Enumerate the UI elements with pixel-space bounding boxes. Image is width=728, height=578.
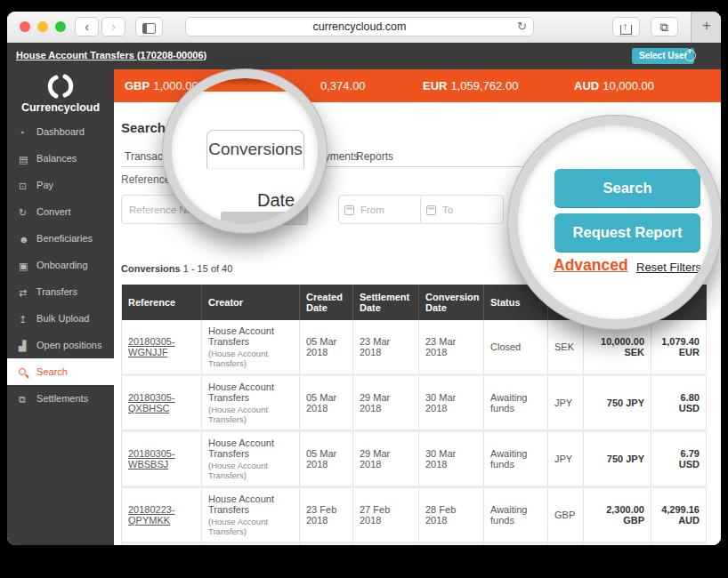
minimize-window-button[interactable] — [37, 21, 48, 32]
sidebar-item-label: Onboarding — [36, 260, 88, 270]
tab-reports[interactable]: Reports — [356, 150, 393, 163]
address-bar[interactable]: currencycloud.com ↻ — [185, 17, 534, 36]
reset-filters-link[interactable]: Reset Filters — [636, 261, 701, 274]
share-button[interactable] — [612, 17, 640, 36]
currency-code: AUD — [574, 79, 599, 92]
bought-amount: 750 JPY — [584, 375, 651, 431]
sidebar-item[interactable]: Convert — [7, 198, 114, 225]
beneficiaries-icon — [19, 233, 34, 245]
back-button[interactable]: ‹ — [75, 17, 99, 36]
sold-amount: 6.79 USD — [651, 431, 707, 487]
advanced-link[interactable]: Advanced — [554, 256, 628, 275]
sidebar-item-label: Convert — [36, 206, 71, 217]
magnifier-lens-right: Search Request Report Advanced Reset Fil… — [508, 116, 721, 329]
forward-button[interactable]: › — [101, 17, 125, 36]
buy-currency: JPY — [548, 375, 584, 431]
brand-name: Currencycloud — [7, 101, 114, 114]
search-icon — [19, 366, 34, 379]
zoom-window-button[interactable] — [55, 21, 66, 32]
creator-name: House Account Transfers — [208, 438, 293, 459]
sidebar-item-label: Bulk Upload — [36, 313, 89, 324]
currency-amount: 0,374.00 — [320, 79, 366, 92]
reference-label: Reference — [121, 173, 170, 186]
reload-icon[interactable]: ↻ — [517, 18, 527, 36]
new-tab-button[interactable]: + — [692, 17, 721, 35]
reference-link[interactable]: 20180305-WBSBSJ — [128, 448, 175, 470]
close-window-button[interactable] — [20, 21, 30, 32]
sidebar-item[interactable]: Open positions — [7, 332, 114, 358]
sidebar-item[interactable]: Beneficiaries — [7, 225, 114, 252]
search-button[interactable]: Search — [554, 169, 700, 207]
sidebar: Currencycloud Dashboard Balances — [7, 69, 114, 545]
conversion-date: 23 Mar 2018 — [419, 320, 484, 375]
sidebar-item[interactable]: Dashboard — [7, 118, 114, 145]
logout-icon[interactable] — [684, 50, 696, 61]
open-positions-icon — [19, 340, 34, 352]
sold-amount: 1,079.40 EUR — [651, 320, 707, 375]
bought-amount: 750 JPY — [584, 431, 651, 487]
calendar-icon — [344, 205, 354, 215]
sidebar-item[interactable]: Transfers — [7, 278, 114, 305]
reference-link[interactable]: 20180223-QPYMKK — [128, 504, 175, 526]
bulk-upload-icon — [19, 313, 34, 325]
bought-amount: 2,300.00 GBP — [584, 487, 651, 543]
currency-amount: 10,000.00 — [603, 79, 654, 92]
settlement-date: 29 Mar 2018 — [353, 375, 419, 431]
creator-subname: (House Account Transfers) — [208, 461, 293, 480]
results-title: Conversions — [121, 263, 181, 274]
account-topbar: House Account Transfers (170208-00006) S… — [7, 43, 721, 69]
magnifier-lens-left: Conversions Date — [163, 69, 327, 233]
sidebar-item[interactable]: Settlements — [7, 385, 114, 412]
conversion-date: 14 Mar 2018 — [419, 543, 484, 546]
col-reference: Reference — [122, 285, 202, 320]
balance-usd: 0,374.00 — [317, 69, 366, 102]
sidebar-icon — [142, 23, 156, 34]
dashboard-icon — [19, 126, 34, 139]
created-date: 20 Feb 2018 — [300, 543, 353, 546]
sidebar-item[interactable]: Bulk Upload — [7, 305, 114, 332]
request-report-button[interactable]: Request Report — [554, 213, 700, 252]
sidebar-item-label: Settlements — [36, 393, 88, 404]
sidebar-item-label: Search — [36, 366, 68, 377]
magnified-date-label: Date — [257, 190, 295, 211]
settlements-icon — [19, 393, 34, 405]
status: Awaiting funds — [484, 487, 548, 543]
bought-amount: 3,000.00 EUR — [584, 543, 651, 546]
sidebar-item-label: Open positions — [36, 340, 101, 350]
creator-name: House Account Transfers — [208, 325, 293, 347]
sidebar-item[interactable]: Balances — [7, 145, 114, 172]
settlement-date: 29 Mar 2018 — [353, 431, 419, 487]
creator-subname: (House Account Transfers) — [208, 517, 293, 536]
currency-amount: 1,059,762.00 — [450, 79, 518, 92]
sidebar-toggle-button[interactable] — [135, 17, 163, 36]
table-row: 20180305-WBSBSJ House Account Transfers … — [122, 431, 707, 487]
table-row: 20180220-RDHCXK House Account Transfers … — [122, 543, 707, 546]
account-link[interactable]: House Account Transfers (170208-00006) — [16, 50, 206, 60]
buy-currency: GBP — [548, 487, 584, 543]
balance-aud: AUD10,000.00 — [574, 69, 654, 102]
sidebar-item[interactable]: Search — [7, 358, 114, 385]
status: Awaiting funds — [484, 375, 548, 431]
sidebar-item-label: Pay — [36, 180, 53, 190]
buy-currency: EUR — [548, 543, 584, 546]
magnified-tab-conversions[interactable]: Conversions — [206, 130, 304, 169]
created-date: 05 Mar 2018 — [300, 320, 353, 375]
table-row: 20180223-QPYMKK House Account Transfers … — [122, 487, 707, 543]
settlement-date: 14 Mar 2018 — [353, 543, 419, 546]
col-conversion-date: Conversion Date — [419, 285, 484, 320]
reference-link[interactable]: 20180305-QXBHSC — [128, 392, 175, 413]
convert-icon — [19, 206, 34, 219]
show-tabs-button[interactable]: ⧉ — [651, 17, 678, 36]
currency-code: GBP — [125, 79, 150, 92]
page-title: Search — [121, 120, 166, 135]
balances-icon — [19, 153, 34, 165]
sidebar-item[interactable]: Pay — [7, 172, 114, 198]
pay-icon — [19, 180, 34, 192]
conversion-date: 30 Mar 2018 — [419, 431, 484, 487]
col-settlement-date: Settlement Date — [353, 285, 419, 320]
reference-link[interactable]: 20180305-WGNJJF — [128, 336, 175, 357]
transfers-icon — [19, 286, 34, 299]
sidebar-item[interactable]: Onboarding — [7, 252, 114, 278]
settlement-date: 23 Mar 2018 — [353, 320, 419, 375]
created-date: 05 Mar 2018 — [300, 375, 353, 431]
